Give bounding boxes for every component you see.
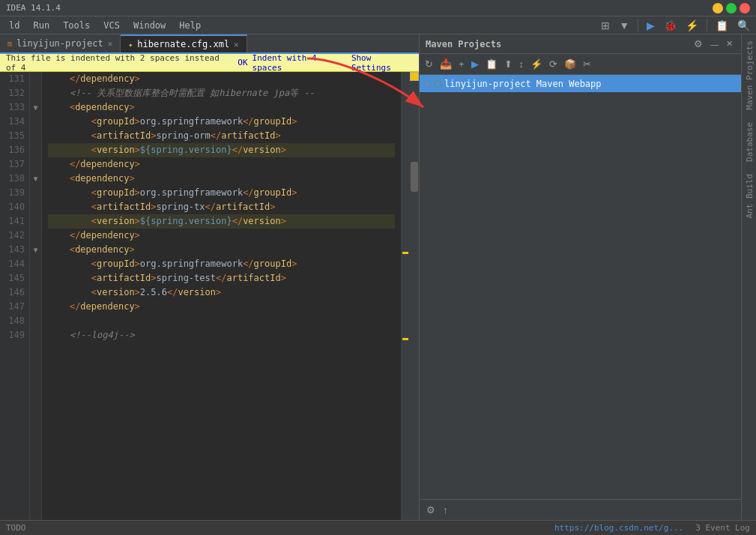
status-todo[interactable]: TODO xyxy=(6,523,26,533)
maven-close-btn[interactable]: — xyxy=(708,38,721,50)
notification-ok-link[interactable]: OK xyxy=(238,58,247,67)
toolbar-search-btn[interactable]: 🔍 xyxy=(734,18,753,33)
menu-window[interactable]: Window xyxy=(127,19,172,32)
editor-scrollbar[interactable] xyxy=(410,72,419,520)
line-num-149: 149 xyxy=(4,328,25,342)
close-btn[interactable] xyxy=(740,3,750,13)
sidebar-tab-maven[interactable]: Maven Projects xyxy=(742,34,756,116)
maven-btn-run[interactable]: ▶ xyxy=(469,57,481,71)
maven-btn-cut[interactable]: ✂ xyxy=(581,57,593,71)
tree-expand-arrow: ▶ xyxy=(426,79,430,88)
notification-indent-link[interactable]: Indent with 4 spaces xyxy=(252,53,347,73)
line-num-136: 136 xyxy=(4,143,25,157)
status-eventlog[interactable]: 3 Event Log xyxy=(695,523,750,533)
code-line-133: <dependency> xyxy=(48,100,395,115)
tab-linyijun-label: linyijun-project xyxy=(16,38,103,49)
code-line-143: <dependency> xyxy=(48,243,395,257)
tab-hibernate-close[interactable]: ✕ xyxy=(234,40,239,49)
menu-vcs[interactable]: VCS xyxy=(97,19,126,32)
content-row: m linyijun-project ✕ ✦ hibernate.cfg.xml… xyxy=(0,34,756,520)
maven-btn-package[interactable]: 📦 xyxy=(562,57,578,71)
tab-hibernate-label: hibernate.cfg.xml xyxy=(137,39,229,49)
editor-section: m linyijun-project ✕ ✦ hibernate.cfg.xml… xyxy=(0,34,419,520)
toolbar-debug-btn[interactable]: 🐞 xyxy=(661,18,680,33)
toolbar-coverage-btn[interactable]: ⚡ xyxy=(683,18,701,33)
maximize-btn[interactable] xyxy=(726,3,737,13)
menu-ld[interactable]: ld xyxy=(3,19,25,32)
toolbar-dropdown-btn[interactable]: ▼ xyxy=(616,18,632,33)
toolbar-play-btn[interactable]: ▶ xyxy=(644,18,658,33)
window-controls xyxy=(713,3,750,13)
scroll-mark-yellow xyxy=(402,252,408,254)
notification-settings-link[interactable]: Show Settings xyxy=(351,53,413,73)
editor-body: 131 132 133 134 135 136 137 138 139 140 … xyxy=(0,72,419,520)
line-num-134: 134 xyxy=(4,115,25,129)
title-text: IDEA 14.1.4 xyxy=(6,3,61,13)
fold-icon-143[interactable]: ▼ xyxy=(33,246,37,254)
sidebar-tab-ant[interactable]: Ant Build xyxy=(742,168,756,225)
maven-footer-settings[interactable]: ⚙ xyxy=(424,503,438,517)
maven-footer-up[interactable]: ↑ xyxy=(441,503,450,517)
scroll-indicator xyxy=(401,72,410,520)
maven-btn-reimport[interactable]: 📥 xyxy=(438,57,454,71)
maven-content[interactable]: ▶ ⬡ linyijun-project Maven Webapp xyxy=(420,75,741,499)
fold-icon-133[interactable]: ▼ xyxy=(33,103,37,112)
maven-btn-toggle[interactable]: ↕ xyxy=(517,57,527,71)
line-num-146: 146 xyxy=(4,285,25,300)
line-num-133: 133 xyxy=(4,100,25,115)
maven-hide-btn[interactable]: ✕ xyxy=(724,37,735,50)
scrollbar-thumb[interactable] xyxy=(411,162,418,192)
line-num-132: 132 xyxy=(4,86,25,100)
code-line-146: <version>2.5.6</version> xyxy=(48,285,395,300)
toolbar-vcs-btn[interactable]: 📋 xyxy=(713,18,731,33)
tab-hibernate[interactable]: ✦ hibernate.cfg.xml ✕ xyxy=(121,34,247,52)
menu-bar: ld Run Tools VCS Window Help ⊞ ▼ ▶ 🐞 ⚡ 📋… xyxy=(0,16,756,34)
line-num-141: 141 xyxy=(4,214,25,229)
maven-btn-refresh[interactable]: ↻ xyxy=(423,57,435,71)
code-content[interactable]: </dependency> <!-- 关系型数据库整合时需配置 如hiberna… xyxy=(42,72,401,520)
title-bar: IDEA 14.1.4 xyxy=(0,0,756,16)
notification-text: This file is indented with 2 spaces inst… xyxy=(6,53,233,73)
maven-project-item[interactable]: ▶ ⬡ linyijun-project Maven Webapp xyxy=(420,75,741,92)
maven-settings-btn[interactable]: ⚙ xyxy=(692,37,705,51)
line-num-138: 138 xyxy=(4,172,25,186)
maven-btn-sync[interactable]: ⟳ xyxy=(547,57,560,71)
code-line-131: </dependency> xyxy=(48,72,395,86)
maven-btn-add[interactable]: + xyxy=(456,57,467,71)
menu-tools[interactable]: Tools xyxy=(57,19,96,32)
menu-run[interactable]: Run xyxy=(27,19,55,32)
tab-bar: m linyijun-project ✕ ✦ hibernate.cfg.xml… xyxy=(0,34,419,54)
fold-icon-138[interactable]: ▼ xyxy=(33,175,37,183)
scrollbar-indicator xyxy=(410,72,419,81)
status-url: https://blog.csdn.net/g... xyxy=(554,523,683,533)
code-line-136: <version>${spring.version}</version> xyxy=(48,143,395,157)
maven-btn-lifecycle[interactable]: 📋 xyxy=(483,57,500,71)
maven-btn-up[interactable]: ⬆ xyxy=(502,57,515,71)
tab-linyijun[interactable]: m linyijun-project ✕ xyxy=(0,34,121,52)
line-num-139: 139 xyxy=(4,186,25,200)
line-num-142: 142 xyxy=(4,229,25,243)
toolbar-bookmark-btn[interactable]: ⊞ xyxy=(598,18,613,33)
line-num-140: 140 xyxy=(4,200,25,214)
tab-linyijun-close[interactable]: ✕ xyxy=(108,39,113,49)
notification-bar: This file is indented with 2 spaces inst… xyxy=(0,54,419,72)
code-line-148 xyxy=(48,314,395,328)
gutter-icons: ▼ ▼ ▼ xyxy=(30,72,42,520)
maven-project-label: linyijun-project Maven Webapp xyxy=(444,79,602,89)
line-num-131: 131 xyxy=(4,72,25,86)
scroll-mark-yellow2 xyxy=(402,338,408,340)
sidebar-tab-database[interactable]: Database xyxy=(742,116,756,168)
status-bar: TODO https://blog.csdn.net/g... 3 Event … xyxy=(0,520,756,535)
code-line-140: <artifactId>spring-tx</artifactId> xyxy=(48,200,395,214)
line-num-147: 147 xyxy=(4,300,25,314)
line-num-137: 137 xyxy=(4,157,25,172)
code-line-144: <groupId>org.springframework</groupId> xyxy=(48,257,395,271)
maven-btn-bolt[interactable]: ⚡ xyxy=(528,57,545,71)
maven-title: Maven Projects xyxy=(426,39,689,49)
minimize-btn[interactable] xyxy=(713,3,723,13)
code-line-135: <artifactId>spring-orm</artifactId> xyxy=(48,129,395,143)
code-line-141: <version>${spring.version}</version> xyxy=(48,214,395,229)
code-line-147: </dependency> xyxy=(48,300,395,314)
code-line-145: <artifactId>spring-test</artifactId> xyxy=(48,271,395,285)
menu-help[interactable]: Help xyxy=(173,19,207,32)
